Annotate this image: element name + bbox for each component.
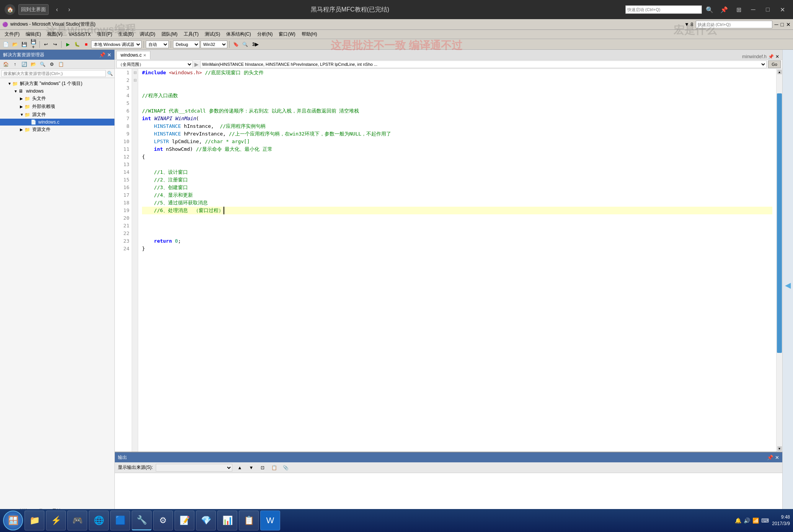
scope-right-select[interactable]: WinMain(HINSTANCE hInstance, HINSTANCE h… [200,60,767,68]
platform-select[interactable]: Win32 [201,41,227,48]
tb-open-btn[interactable]: 📂 [11,40,19,49]
taskbar-chrome[interactable]: 🌐 [89,511,109,530]
output-tb-btn5[interactable]: 📎 [281,463,290,472]
menu-project[interactable]: 项目(P) [94,30,115,38]
tree-solution[interactable]: ▼ 📁 解决方案 "windows" (1 个项目) [0,80,114,88]
taskbar-app2[interactable]: ⚡ [46,511,66,530]
collapse-7-11[interactable]: ⊟ [132,69,138,77]
taskbar-settings[interactable]: ⚙ [153,511,173,530]
search-button[interactable]: 🔍 [703,4,716,15]
taskbar-app3[interactable]: 🎮 [67,511,87,530]
code-container[interactable]: 12345 678910 1112131415 1617181920 21222… [115,69,782,452]
collapse-14-19[interactable]: ⊟ [132,77,138,84]
code-line-8: HINSTANCE hInstance, //应用程序实例句柄 [142,122,772,130]
tb-stop-btn[interactable]: ■ [82,40,90,49]
tab-windows-c-close[interactable]: ✕ [143,53,146,57]
build-select[interactable]: Debug [173,41,200,48]
maximize-button[interactable]: □ [762,4,774,15]
tb-debug-btn[interactable]: 🐛 [73,40,81,49]
code-scrollbar[interactable]: ▲ ▼ [776,69,782,452]
code-editor[interactable]: #include <windows.h> //底层实现窗口 的头文件 //程序入… [138,69,776,452]
se-tb-btn7[interactable]: 📋 [57,60,65,69]
tb-run-btn[interactable]: ▶ [64,40,72,49]
menu-architecture[interactable]: 体系结构(C) [223,30,254,38]
tab-windows-c[interactable]: windows.c ✕ [116,51,150,59]
debug-mode-select[interactable]: 本地 Windows 调试器 [91,41,142,48]
output-tb-btn3[interactable]: ⊡ [258,463,267,472]
menu-help[interactable]: 帮助(H) [299,30,320,38]
config-select[interactable]: 自动 [146,41,169,48]
tabs-left: windows.c ✕ [116,51,150,59]
forward-button[interactable]: › [64,4,75,15]
start-button[interactable]: 🪟 [3,511,23,530]
pin-button[interactable]: 📌 [718,4,730,15]
tree-headers[interactable]: ▶ 📁 头文件 [0,95,114,103]
output-close-btn[interactable]: ✕ [775,455,779,460]
tree-windows-c[interactable]: 📄 windows.c [0,119,114,126]
taskbar-notepad[interactable]: 📝 [175,511,194,530]
tree-resources[interactable]: ▶ 📁 资源文件 [0,126,114,134]
minimize-button[interactable]: ─ [747,4,759,15]
se-search-input[interactable] [2,70,106,77]
output-pin-btn[interactable]: 📌 [767,455,773,460]
quick-search-input[interactable] [625,5,702,14]
tb-findref-btn[interactable]: 🔍 [241,40,249,49]
tree-project[interactable]: ▼ 🖥 windows [0,88,114,95]
menu-edit[interactable]: 编辑(E) [23,30,44,38]
taskbar-word[interactable]: W [260,511,280,530]
se-tb-btn4[interactable]: 📂 [29,60,38,69]
tree-sources[interactable]: ▼ 📁 源文件 [0,111,114,119]
se-close-btn[interactable]: ✕ [107,52,111,58]
vs-minimize-btn[interactable]: ─ [775,21,778,28]
tb-saveall-btn[interactable]: 💾+ [29,40,38,49]
se-tb-btn3[interactable]: 🔄 [20,60,28,69]
vs-close-btn[interactable]: ✕ [786,21,791,28]
se-pin-btn[interactable]: 📌 [99,52,106,58]
menu-team[interactable]: 团队(M) [158,30,181,38]
menu-file[interactable]: 文件(F) [2,30,23,38]
menu-debug[interactable]: 调试(D) [137,30,158,38]
close-button[interactable]: ✕ [776,4,788,15]
code-line-22 [142,230,772,237]
menu-window[interactable]: 窗口(W) [276,30,298,38]
taskbar-vs[interactable]: 🔧 [132,511,152,530]
scroll-down-btn[interactable]: ▼ [777,446,782,451]
tb-new-btn[interactable]: 📄 [2,40,10,49]
output-source-select[interactable] [156,464,232,472]
tb-bookmark-btn[interactable]: 🔖 [232,40,240,49]
output-tb-btn4[interactable]: 📋 [270,463,278,472]
tb-redo-btn[interactable]: ↪ [51,40,59,49]
tb-undo-btn[interactable]: ↩ [42,40,50,49]
se-tb-btn1[interactable]: 🏠 [2,60,10,69]
vs-search-input[interactable] [696,21,772,28]
se-tb-btn2[interactable]: ↑ [11,60,19,69]
taskbar-file-manager[interactable]: 📁 [24,511,44,530]
scroll-up-btn[interactable]: ▲ [777,70,782,74]
back-button[interactable]: ‹ [52,4,62,15]
menu-view[interactable]: 视图(V) [44,30,65,38]
menu-test[interactable]: 测试(S) [202,30,223,38]
menu-analyze[interactable]: 分析(N) [254,30,276,38]
vs-maximize-btn[interactable]: □ [781,21,784,28]
se-tb-btn6[interactable]: ⚙ [47,60,56,69]
vs-main-area: 解决方案资源管理器 📌 ✕ 🏠 ↑ 🔄 📂 🔍 ⚙ 📋 🔍 [0,50,793,521]
se-tb-btn5[interactable]: 🔍 [38,60,47,69]
menu-vassistx[interactable]: VASSISTX [65,31,94,38]
menu-build[interactable]: 生成(B) [115,30,137,38]
tab-close-btn[interactable]: ✕ [775,54,779,59]
tab-pin-btn[interactable]: 📌 [768,54,774,59]
layout-button[interactable]: ⊞ [733,4,745,15]
output-tb-btn1[interactable]: ▲ [235,463,244,472]
taskbar-app10[interactable]: 📊 [217,511,237,530]
scope-left-select[interactable]: （全局范围） [116,60,193,68]
taskbar-app9[interactable]: 💎 [196,511,216,530]
output-tb-btn2[interactable]: ▼ [247,463,255,472]
time-display[interactable]: 9:48 2017/3/9 [772,514,790,527]
menu-tools[interactable]: 工具(T) [181,30,202,38]
tree-extern[interactable]: ▶ 📁 外部依赖项 [0,103,114,111]
go-button[interactable]: Go [768,60,781,68]
tb-save-btn[interactable]: 💾 [20,40,28,49]
taskbar-app11[interactable]: 📋 [239,511,259,530]
home-button[interactable]: 回到主界面 [18,4,49,15]
taskbar-stack[interactable]: 🟦 [110,511,130,530]
